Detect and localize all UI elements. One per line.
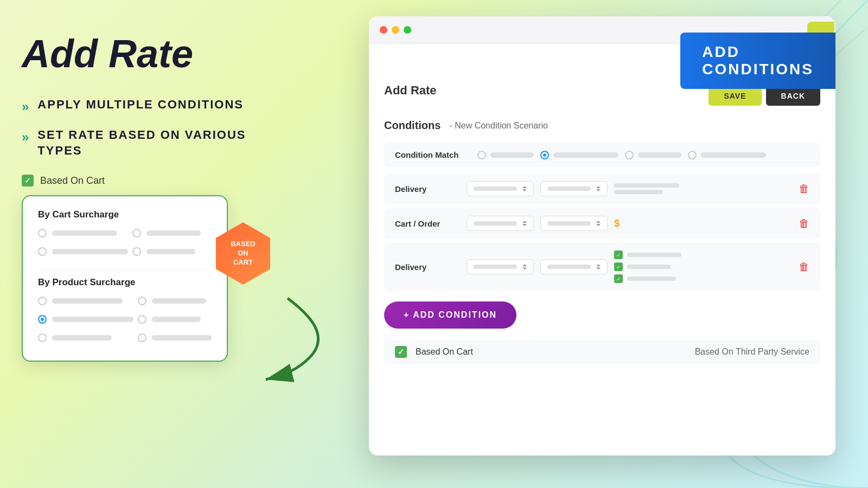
radio-row-3	[38, 247, 128, 256]
select-arrow-6	[596, 264, 601, 269]
arrow-up-icon-3	[522, 221, 527, 223]
arrow-up-icon-4	[596, 221, 601, 223]
hex-shape: BASED ON CART	[216, 222, 270, 285]
add-conditions-banner[interactable]: ADD CONDITIONS	[680, 33, 835, 89]
browser-window: ADD CONDITIONS Add Rate SAVE BACK Condit…	[369, 16, 835, 455]
add-conditions-text: ADD CONDITIONS	[702, 43, 814, 78]
radio-match-4[interactable]	[688, 151, 697, 159]
header-buttons: SAVE BACK	[709, 86, 820, 106]
radio-row-5	[38, 297, 133, 305]
select-arrow-5	[522, 264, 527, 269]
delete-button-1[interactable]: 🗑	[799, 183, 809, 195]
based-on-cart-label: Based On Cart	[40, 175, 105, 187]
radio-5[interactable]	[38, 297, 47, 305]
select-line-1	[474, 187, 517, 191]
cart-order-select-2[interactable]	[540, 216, 608, 231]
based-on-cart-row: Based On Cart Based On Third Party Servi…	[384, 339, 820, 364]
select-arrow-4	[596, 221, 601, 226]
bullet-text-1: APPLY MULTIPLE CONDITIONS	[37, 97, 244, 113]
delivery-label-2: Delivery	[395, 262, 460, 272]
checkbox-small-1[interactable]	[614, 251, 623, 259]
checkbox-small-2[interactable]	[614, 262, 623, 271]
cb-item-2	[614, 262, 681, 271]
radio-line-8	[152, 317, 201, 322]
radio-match-2-selected[interactable]	[540, 151, 549, 159]
delivery2-select-1[interactable]	[467, 259, 534, 274]
browser-title: Add Rate	[384, 84, 437, 98]
cb-text-3	[627, 277, 676, 281]
chevron-icon-2: »	[22, 130, 29, 145]
cart-order-row: Cart / Order $ 🗑	[384, 208, 820, 239]
window-minimize-dot[interactable]	[392, 26, 399, 34]
cart-order-label: Cart / Order	[395, 219, 460, 228]
bullet-text-2: SET RATE BASED ON VARIOUS TYPES	[37, 127, 293, 158]
radio-option-2	[540, 151, 618, 159]
hex-text: BASED ON CART	[231, 240, 256, 267]
section2-title: By Product Surcharge	[38, 277, 212, 288]
radio-2[interactable]	[132, 229, 141, 237]
radio-match-line-2	[553, 152, 618, 158]
delivery2-select-2[interactable]	[540, 259, 608, 274]
select-line-2	[547, 187, 591, 191]
radio-option-3	[625, 151, 681, 159]
radio-row-1	[38, 229, 128, 237]
hex-badge: BASED ON CART	[216, 223, 270, 283]
arrow-up-icon-6	[596, 264, 601, 266]
based-on-cart-checkbox-browser[interactable]	[395, 346, 407, 358]
delivery-select-2[interactable]	[540, 181, 608, 196]
left-panel: Add Rate » APPLY MULTIPLE CONDITIONS » S…	[22, 33, 293, 362]
delivery-text-lines-1	[614, 183, 679, 194]
delivery-select-1[interactable]	[467, 181, 534, 196]
radio-option-4	[688, 151, 766, 159]
arrow-up-icon-5	[522, 264, 527, 266]
arrow-down-icon-5	[522, 267, 527, 269]
based-on-third-party-text: Based On Third Party Service	[695, 347, 809, 357]
text-line-1	[614, 183, 679, 188]
radio-6[interactable]	[138, 297, 146, 305]
select-line-3	[474, 221, 517, 226]
radio-match-1[interactable]	[477, 151, 486, 159]
add-condition-button[interactable]: + ADD CONDITION	[384, 301, 516, 329]
delete-button-3[interactable]: 🗑	[799, 261, 809, 273]
radio-line-5	[52, 298, 123, 304]
bullet-item-2: » SET RATE BASED ON VARIOUS TYPES	[22, 127, 293, 158]
radio-row-10	[138, 333, 212, 342]
arrow-down-icon	[522, 189, 527, 191]
delivery-label-1: Delivery	[395, 184, 460, 194]
save-button[interactable]: SAVE	[709, 86, 761, 106]
radio-10[interactable]	[138, 333, 146, 342]
chevron-icon-1: »	[22, 99, 29, 114]
delete-button-2[interactable]: 🗑	[799, 217, 809, 230]
conditions-header: Conditions - New Condition Scenario	[384, 119, 820, 132]
based-on-cart-checkbox-row: Based On Cart	[22, 175, 293, 187]
select-arrow-3	[522, 221, 527, 226]
based-on-cart-checkbox[interactable]	[22, 175, 34, 187]
conditions-title: Conditions	[384, 119, 441, 132]
condition-match-row: Condition Match	[384, 143, 820, 167]
radio-row-8	[138, 315, 212, 324]
cart-order-select-1[interactable]	[467, 216, 534, 231]
radio-line-6	[152, 298, 206, 304]
condition-match-label: Condition Match	[395, 150, 471, 159]
radio-7-selected[interactable]	[38, 315, 47, 324]
radio-4[interactable]	[132, 247, 141, 256]
arrow-down-icon-4	[596, 224, 601, 226]
cb-text-1	[627, 253, 681, 257]
popup-card: By Cart Surcharge By Product Surcharge	[22, 195, 228, 362]
radio-8[interactable]	[138, 315, 146, 324]
cb-item-1	[614, 251, 681, 259]
text-line-2	[614, 190, 663, 194]
radio-match-3[interactable]	[625, 151, 634, 159]
checkbox-small-3[interactable]	[614, 274, 623, 283]
radio-3[interactable]	[38, 247, 47, 256]
based-on-cart-text: Based On Cart	[416, 347, 473, 357]
arrow-down-icon-2	[596, 189, 601, 191]
radio-9[interactable]	[38, 333, 47, 342]
radio-line-9	[52, 335, 112, 341]
radio-row-2	[132, 229, 212, 237]
radio-1[interactable]	[38, 229, 47, 237]
window-maximize-dot[interactable]	[404, 26, 411, 34]
window-close-dot[interactable]	[380, 26, 387, 34]
select-arrow-2	[596, 186, 601, 191]
back-button[interactable]: BACK	[766, 86, 820, 106]
